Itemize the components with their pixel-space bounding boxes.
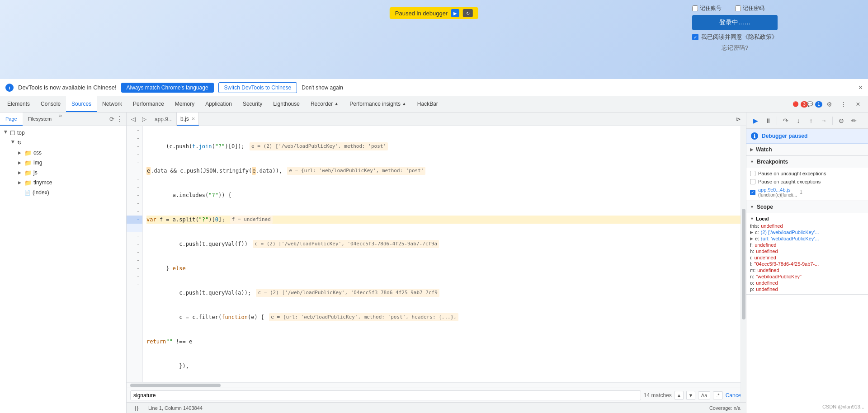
tab-page[interactable]: Page <box>0 113 23 126</box>
tree-item-top[interactable]: ▶ ☐ top <box>0 128 126 138</box>
breakpoint-item: ✓ app.9c0...4b.js (function(e){functi...… <box>750 186 864 199</box>
settings-button[interactable]: ⚙ <box>823 98 835 111</box>
pause-caught-checkbox[interactable] <box>750 179 755 184</box>
agree-checkbox[interactable]: ✓ <box>692 34 698 40</box>
tab-hackbar[interactable]: HackBar <box>412 96 443 112</box>
folder-icon-css: 📁 <box>24 150 32 156</box>
step-into-button[interactable]: ↓ <box>793 115 804 126</box>
match-case-button[interactable]: Aa <box>698 391 710 399</box>
switch-to-chinese-button[interactable]: Switch DevTools to Chinese <box>218 82 297 93</box>
forget-password-link[interactable]: 忘记密码? <box>692 44 778 52</box>
scope-e-row[interactable]: ▶ e: {url: 'web/loadPublicKey'... <box>750 235 864 242</box>
watch-section-header[interactable]: ▶ Watch <box>746 144 868 155</box>
horizontal-scrollbar-container[interactable] <box>127 382 746 388</box>
error-badge-button[interactable]: 🔴 3 <box>794 98 807 111</box>
deactivate-breakpoints-button[interactable]: ⊖ <box>836 115 847 126</box>
panel-tab-more-icon[interactable]: » <box>59 113 62 126</box>
pause-uncaught-checkbox[interactable] <box>750 171 755 176</box>
search-cancel-button[interactable]: Cancel <box>726 392 742 399</box>
go-forward-icon[interactable]: ▷ <box>139 114 149 124</box>
editor-tab-app9[interactable]: app.9... <box>151 113 177 126</box>
dock-to-right-icon[interactable]: ⊳ <box>733 114 743 124</box>
resume-execution-button[interactable]: ▶ <box>750 115 761 126</box>
tree-label-tinymce: tinymce <box>33 179 52 186</box>
scope-section: ▼ Scope ▼ Local this: undefined ▶ c: (2)… <box>746 201 868 295</box>
panel-more-icon[interactable]: ⋮ <box>116 115 123 123</box>
search-next-button[interactable]: ▼ <box>686 391 695 400</box>
breakpoint-checkbox[interactable]: ✓ <box>750 190 755 195</box>
remember-password-label[interactable]: 记住密码 <box>735 5 764 12</box>
scope-e-arrow: ▶ <box>750 236 753 241</box>
tab-performance-insights[interactable]: Performance insights ▲ <box>344 96 412 112</box>
close-devtools-button[interactable]: × <box>852 98 864 111</box>
scope-c-row[interactable]: ▶ c: (2) ['/web/loadPublicKey'... <box>750 229 864 235</box>
panel-sync-icon[interactable]: ⟳ <box>109 116 114 122</box>
tree-item-img[interactable]: ▶ 📁 img <box>0 158 126 168</box>
tab-elements[interactable]: Elements <box>2 96 35 112</box>
tab-application[interactable]: Application <box>200 96 237 112</box>
search-input[interactable] <box>130 390 641 400</box>
vertical-scrollbar[interactable] <box>741 126 746 382</box>
more-options-button[interactable]: ⋮ <box>837 98 850 111</box>
right-panel: ▶ ⏸ ↷ ↓ ↑ → ⊖ ✏ ℹ Debugger paused ▶ Watc… <box>746 113 868 413</box>
breakpoints-section-header[interactable]: ▼ Breakpoints <box>746 156 868 168</box>
scope-this-row: this: undefined <box>750 223 864 229</box>
scope-label: Scope <box>757 204 773 210</box>
step-over-button[interactable]: ↷ <box>780 115 791 126</box>
panel-tabs: Page Filesystem » ⟳ ⋮ <box>0 113 126 126</box>
horizontal-scrollbar-thumb[interactable] <box>130 384 221 387</box>
tree-item-index[interactable]: 📄 (index) <box>0 188 126 197</box>
remember-account-label[interactable]: 记住账号 <box>692 5 722 12</box>
edit-script-button[interactable]: ✏ <box>849 115 859 126</box>
tree-item-root[interactable]: ▶ ↻ — — — — <box>0 138 126 148</box>
breakpoint-file[interactable]: app.9c0...4b.js <box>758 187 797 192</box>
tab-filesystem[interactable]: Filesystem <box>23 113 57 126</box>
scope-local-header[interactable]: ▼ Local <box>750 215 864 223</box>
tab-sources[interactable]: Sources <box>66 96 97 112</box>
tab-network[interactable]: Network <box>97 96 127 112</box>
resume-play-icon[interactable]: ▶ <box>451 9 459 17</box>
tree-item-tinymce[interactable]: ▶ 📁 tinymce <box>0 178 126 188</box>
scope-n-val: "web/loadPublicKey" <box>756 274 802 279</box>
code-scroll[interactable]: ---- ---- --- - - ---- ---- (c.push(t.jo… <box>127 126 746 382</box>
tree-item-js[interactable]: ▶ 📁 js <box>0 168 126 178</box>
breakpoints-label: Breakpoints <box>757 159 788 165</box>
tab-lighthouse[interactable]: Lighthouse <box>268 96 305 112</box>
tree-label-index: (index) <box>33 189 49 196</box>
pause-button[interactable]: ⏸ <box>763 115 774 126</box>
always-match-language-button[interactable]: Always match Chrome's language <box>121 83 214 93</box>
search-prev-button[interactable]: ▲ <box>675 391 684 400</box>
tab-recorder[interactable]: Recorder ▲ <box>305 96 344 112</box>
tab-performance[interactable]: Performance <box>127 96 170 112</box>
editor-tab-bjs[interactable]: b.js × <box>177 113 199 126</box>
login-button[interactable]: 登录中…… <box>692 15 778 30</box>
folder-icon-js: 📁 <box>24 169 32 176</box>
tab-console[interactable]: Console <box>35 96 66 112</box>
scope-section-header[interactable]: ▼ Scope <box>746 201 868 213</box>
remember-password-checkbox[interactable] <box>735 5 741 11</box>
debugger-paused-banner: ℹ Debugger paused <box>746 129 868 144</box>
scope-o-key: o: <box>750 280 754 286</box>
scrollbar-thumb[interactable] <box>742 209 745 319</box>
notification-close-button[interactable]: × <box>859 84 863 92</box>
close-tab-icon[interactable]: × <box>192 115 195 122</box>
resume-arc-icon[interactable]: ↻ <box>463 9 473 17</box>
devtools-main: Page Filesystem » ⟳ ⋮ ▶ ☐ top ▶ ↻ <box>0 113 868 413</box>
tab-security[interactable]: Security <box>237 96 268 112</box>
debugger-separator-1 <box>777 117 777 125</box>
debugger-paused-label: Debugger paused <box>762 133 807 139</box>
warning-badge-button[interactable]: 💬 1 <box>808 98 821 111</box>
remember-account-checkbox[interactable] <box>692 5 698 11</box>
step-out-button[interactable]: ↑ <box>806 115 816 126</box>
file-icon-index: 📄 <box>24 190 31 196</box>
step-button[interactable]: → <box>818 115 829 126</box>
scope-o-row: o: undefined <box>750 280 864 286</box>
scope-h-val: undefined <box>756 249 778 254</box>
format-code-icon[interactable]: {} <box>132 404 141 413</box>
tree-item-css[interactable]: ▶ 📁 css <box>0 148 126 158</box>
tab-memory[interactable]: Memory <box>170 96 200 112</box>
search-matches-count: 14 matches <box>644 392 672 399</box>
dont-show-again-link[interactable]: Don't show again <box>302 84 343 91</box>
regex-button[interactable]: .* <box>713 391 722 399</box>
go-back-icon[interactable]: ◁ <box>128 114 138 124</box>
